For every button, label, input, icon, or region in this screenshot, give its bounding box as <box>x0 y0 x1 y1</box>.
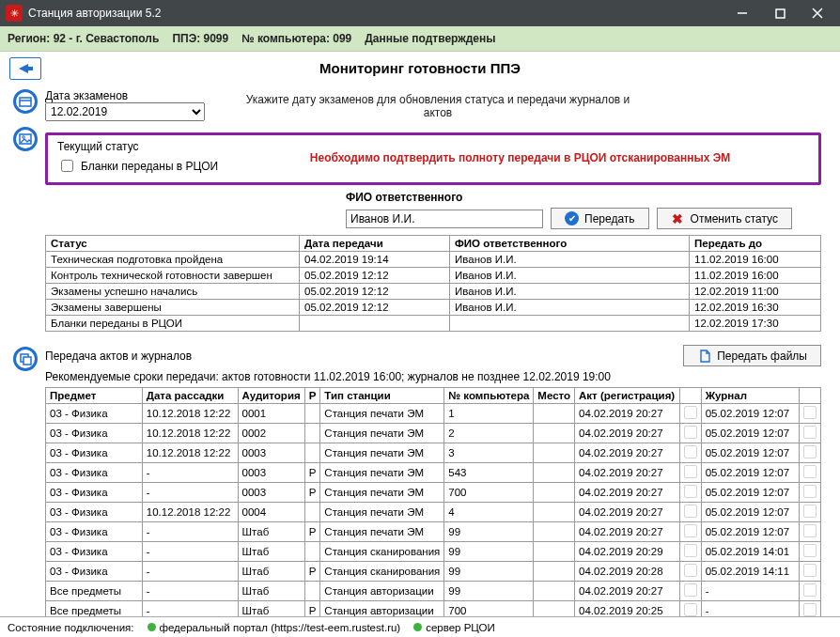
table-row[interactable]: 03 - Физика10.12.2018 12:220004Станция п… <box>46 503 821 522</box>
table-row[interactable]: 03 - Физика10.12.2018 12:220002Станция п… <box>46 424 821 443</box>
svg-rect-4 <box>25 67 33 70</box>
date-select[interactable]: 12.02.2019 <box>45 102 205 121</box>
table-row[interactable]: 03 - Физика-0003РСтанция печати ЭМ70004.… <box>46 483 821 503</box>
delete-icon[interactable] <box>803 485 817 498</box>
delete-icon[interactable] <box>684 505 697 518</box>
table-row[interactable]: Техническая подготовка пройдена04.02.201… <box>46 252 821 268</box>
fio-label: ФИО ответственного <box>346 191 462 204</box>
delete-icon[interactable] <box>803 445 817 458</box>
delete-icon[interactable] <box>684 564 697 577</box>
col-due: Передать до <box>690 236 821 252</box>
delete-icon[interactable] <box>803 583 817 597</box>
delete-icon[interactable] <box>684 583 697 597</box>
info-bar: Регион: 92 - г. Севастополь ППЭ: 9099 № … <box>0 26 840 52</box>
file-icon <box>697 349 711 363</box>
table-row[interactable]: Экзамены успешно начались05.02.2019 12:1… <box>46 284 821 300</box>
blanks-checkbox-input[interactable] <box>61 160 73 172</box>
delete-icon[interactable] <box>803 524 817 537</box>
table-row[interactable]: 03 - Физика-0003РСтанция печати ЭМ54304.… <box>46 463 821 483</box>
table-row[interactable]: Контроль технической готовности завершен… <box>46 268 821 284</box>
back-button[interactable] <box>9 57 41 80</box>
send-button[interactable]: ✔ Передать <box>551 208 649 229</box>
portal-status: федеральный портал (https://test-eem.rus… <box>148 622 401 633</box>
status-warning: Необходимо подтвердить полноту передачи … <box>231 151 809 164</box>
fio-input[interactable] <box>346 210 543 228</box>
delete-icon[interactable] <box>684 603 697 616</box>
deadline-hint: Рекомендуемые сроки передачи: актов гото… <box>45 370 821 383</box>
status-bar: Состояние подключения: федеральный порта… <box>0 616 840 637</box>
copy-icon <box>13 347 38 371</box>
titlebar: ✳ Станция авторизации 5.2 <box>0 0 840 26</box>
delete-icon[interactable] <box>684 445 697 458</box>
delete-icon[interactable] <box>684 485 697 498</box>
close-button[interactable] <box>799 0 836 26</box>
cross-icon: ✖ <box>671 211 685 225</box>
delete-icon[interactable] <box>803 544 817 557</box>
status-table: Статус Дата передачи ФИО ответственного … <box>45 235 821 332</box>
col-status: Статус <box>46 236 300 252</box>
ppe-label: ППЭ: 9099 <box>172 32 228 45</box>
arrow-left-icon <box>16 62 35 75</box>
page-title: Мониторинг готовности ППЭ <box>41 53 799 80</box>
table-row[interactable]: 03 - Физика-ШтабРСтанция печати ЭМ9904.0… <box>46 522 821 542</box>
app-icon: ✳ <box>6 5 23 22</box>
svg-point-8 <box>23 136 25 139</box>
col-fio: ФИО ответственного <box>450 236 690 252</box>
delete-icon[interactable] <box>684 524 697 537</box>
delete-icon[interactable] <box>803 603 817 616</box>
status-dot-icon <box>148 623 156 631</box>
rcoi-status: сервер РЦОИ <box>413 622 495 633</box>
delete-icon[interactable] <box>803 426 817 439</box>
svg-rect-1 <box>776 9 785 18</box>
transfer-table: Предмет Дата рассадки Аудитория Р Тип ст… <box>45 387 821 621</box>
table-row[interactable]: 03 - Физика10.12.2018 12:220001Станция п… <box>46 404 821 424</box>
table-row[interactable]: 03 - Физика-ШтабСтанция сканирования9904… <box>46 542 821 562</box>
table-row[interactable]: Экзамены завершены05.02.2019 12:12Иванов… <box>46 300 821 316</box>
svg-rect-5 <box>20 98 31 106</box>
svg-rect-10 <box>23 357 31 365</box>
confirmed-label: Данные подтверждены <box>365 32 495 45</box>
cancel-status-button[interactable]: ✖ Отменить статус <box>657 208 792 229</box>
send-files-button[interactable]: Передать файлы <box>683 345 821 366</box>
check-icon: ✔ <box>565 211 579 225</box>
region-label: Регион: 92 - г. Севастополь <box>8 32 159 45</box>
maximize-button[interactable] <box>761 0 799 26</box>
delete-icon[interactable] <box>803 505 817 518</box>
table-row[interactable]: 03 - Физика10.12.2018 12:220003Станция п… <box>46 443 821 463</box>
delete-icon[interactable] <box>803 465 817 478</box>
transfer-label: Передача актов и журналов <box>45 350 192 363</box>
status-label: Текущий статус <box>57 140 218 153</box>
minimize-button[interactable] <box>723 0 761 26</box>
delete-icon[interactable] <box>803 406 817 419</box>
status-box: Текущий статус Бланки переданы в РЦОИ Не… <box>45 132 821 185</box>
delete-icon[interactable] <box>803 564 817 577</box>
delete-icon[interactable] <box>684 544 697 557</box>
image-icon <box>13 127 38 151</box>
date-hint: Укажите дату экзаменов для обновления ст… <box>241 93 635 119</box>
pc-label: № компьютера: 099 <box>241 32 351 45</box>
calendar-icon <box>13 89 38 114</box>
status-dot-icon <box>413 623 422 631</box>
table-row[interactable]: 03 - Физика-ШтабРСтанция сканирования990… <box>46 562 821 582</box>
delete-icon[interactable] <box>684 426 697 439</box>
window-title: Станция авторизации 5.2 <box>28 7 723 20</box>
col-date: Дата передачи <box>300 236 450 252</box>
delete-icon[interactable] <box>684 406 697 419</box>
delete-icon[interactable] <box>684 465 697 478</box>
table-row[interactable]: Все предметы-ШтабСтанция авторизации9904… <box>46 582 821 601</box>
date-label: Дата экзаменов <box>45 89 205 102</box>
conn-label: Состояние подключения: <box>8 622 134 633</box>
blanks-checkbox[interactable]: Бланки переданы в РЦОИ <box>57 157 218 175</box>
table-row[interactable]: Бланки переданы в РЦОИ12.02.2019 17:30 <box>46 316 821 332</box>
